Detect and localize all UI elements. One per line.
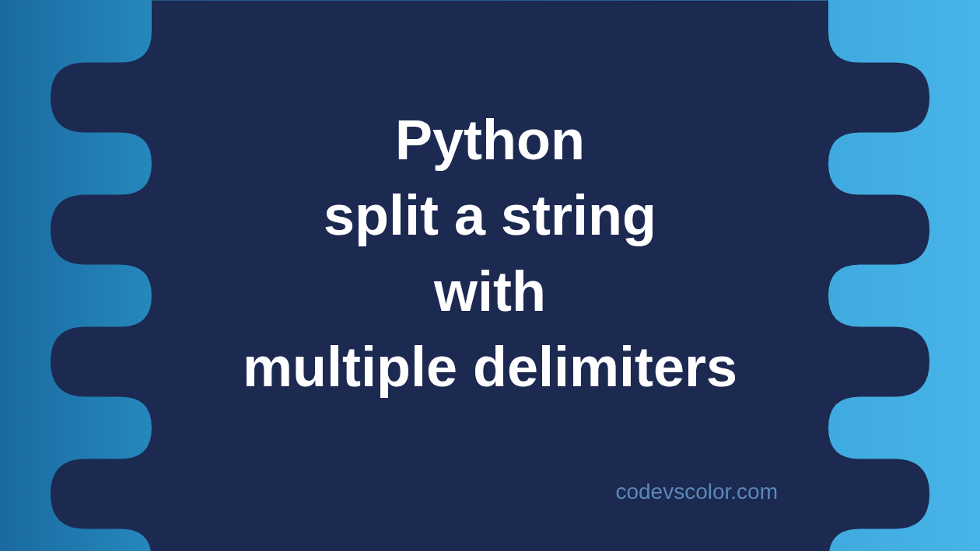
- title-line-1: Python: [98, 103, 882, 178]
- watermark-text: codevscolor.com: [615, 480, 778, 504]
- title-line-2: split a string: [98, 178, 882, 253]
- banner-image: Python split a string with multiple deli…: [0, 0, 980, 551]
- title-container: Python split a string with multiple deli…: [98, 103, 882, 405]
- title-line-3: with: [98, 253, 882, 329]
- title-line-4: multiple delimiters: [98, 329, 882, 404]
